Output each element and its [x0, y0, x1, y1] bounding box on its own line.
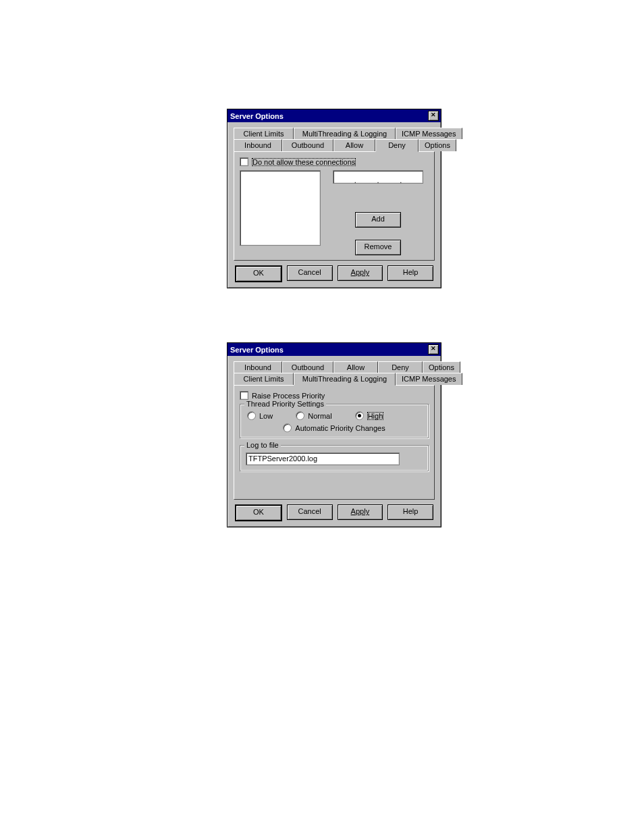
radio-high[interactable] — [355, 411, 364, 420]
tab-outbound[interactable]: Outbound — [282, 139, 333, 151]
ok-button[interactable]: OK — [235, 504, 282, 521]
tab-row-front: Client Limits MultiThreading & Logging I… — [234, 373, 435, 385]
server-options-dialog-multithreading: Server Options ✕ Inbound Outbound Allow … — [227, 342, 441, 527]
titlebar: Server Options ✕ — [227, 109, 441, 122]
tab-allow[interactable]: Allow — [333, 139, 375, 151]
deny-content-row: . . . Add Remove — [240, 170, 429, 255]
dialog-button-row: OK Cancel Apply Help — [234, 265, 435, 282]
tab-row-front: Inbound Outbound Allow Deny Options — [234, 139, 435, 151]
radio-low[interactable] — [247, 411, 256, 420]
raise-priority-row: Raise Process Priority — [240, 391, 429, 400]
deny-checkbox-row: Do not allow these connections — [240, 157, 429, 166]
help-button[interactable]: Help — [387, 265, 433, 281]
ip-dot: . — [400, 178, 402, 182]
radio-low-item[interactable]: Low — [247, 411, 273, 420]
log-file-input[interactable]: TFTPServer2000.log — [246, 452, 400, 465]
tab-panel-deny: Do not allow these connections . . . Add… — [234, 151, 435, 261]
ip-dot: . — [377, 178, 379, 182]
tab-row-back: Inbound Outbound Allow Deny Options — [234, 361, 435, 373]
radio-low-label: Low — [259, 412, 273, 420]
ok-button[interactable]: OK — [235, 265, 282, 282]
tab-inbound[interactable]: Inbound — [234, 139, 282, 151]
window-title: Server Options — [230, 346, 284, 354]
thread-priority-group: Thread Priority Settings Low Normal High — [240, 404, 429, 438]
raise-priority-label: Raise Process Priority — [252, 392, 325, 400]
cancel-button[interactable]: Cancel — [287, 504, 333, 520]
raise-priority-checkbox[interactable] — [240, 391, 248, 400]
deny-connections-checkbox[interactable] — [240, 157, 248, 166]
add-button[interactable]: Add — [355, 212, 401, 228]
tab-deny[interactable]: Deny — [378, 361, 423, 373]
client-area: Client Limits MultiThreading & Logging I… — [227, 122, 441, 288]
tab-multithreading-logging[interactable]: MultiThreading & Logging — [294, 128, 396, 139]
tab-deny[interactable]: Deny — [375, 139, 419, 152]
deny-connections-label: Do not allow these connections — [252, 158, 356, 166]
tab-icmp-messages[interactable]: ICMP Messages — [396, 373, 462, 385]
close-icon[interactable]: ✕ — [428, 111, 439, 121]
tab-client-limits[interactable]: Client Limits — [234, 128, 294, 139]
tab-options[interactable]: Options — [419, 139, 456, 151]
tab-allow[interactable]: Allow — [333, 361, 378, 373]
radio-normal-label: Normal — [308, 412, 331, 420]
priority-radio-row2: Automatic Priority Changes — [246, 423, 423, 432]
thread-priority-group-label: Thread Priority Settings — [244, 400, 326, 408]
radio-normal-item[interactable]: Normal — [296, 411, 331, 420]
titlebar: Server Options ✕ — [227, 343, 441, 356]
cancel-button[interactable]: Cancel — [287, 265, 333, 281]
tab-panel-multithreading: Raise Process Priority Thread Priority S… — [234, 385, 435, 500]
tab-inbound[interactable]: Inbound — [234, 361, 282, 373]
log-file-group-label: Log to file — [244, 441, 281, 449]
server-options-dialog-deny: Server Options ✕ Client Limits MultiThre… — [227, 109, 441, 288]
tab-multithreading-logging[interactable]: MultiThreading & Logging — [294, 373, 396, 386]
deny-address-list[interactable] — [240, 170, 321, 246]
dialog-button-row: OK Cancel Apply Help — [234, 504, 435, 521]
apply-button[interactable]: Apply — [338, 265, 383, 281]
priority-radio-row: Low Normal High — [246, 411, 423, 420]
ip-dot: . — [354, 178, 356, 182]
remove-button[interactable]: Remove — [355, 240, 401, 255]
client-area: Inbound Outbound Allow Deny Options Clie… — [227, 356, 441, 527]
tab-options[interactable]: Options — [423, 361, 460, 373]
deny-controls-column: . . . Add Remove — [327, 170, 429, 255]
radio-auto-label: Automatic Priority Changes — [295, 424, 385, 432]
radio-normal[interactable] — [296, 411, 304, 420]
tab-row-back: Client Limits MultiThreading & Logging I… — [234, 128, 435, 139]
radio-high-label: High — [367, 412, 384, 420]
close-icon[interactable]: ✕ — [428, 344, 439, 355]
radio-auto-item[interactable]: Automatic Priority Changes — [283, 423, 385, 432]
tab-outbound[interactable]: Outbound — [282, 361, 333, 373]
radio-high-item[interactable]: High — [355, 411, 384, 420]
ip-address-input[interactable]: . . . — [333, 170, 423, 184]
log-file-group: Log to file TFTPServer2000.log — [240, 445, 429, 471]
apply-button[interactable]: Apply — [338, 504, 383, 520]
tab-client-limits[interactable]: Client Limits — [234, 373, 294, 385]
tab-icmp-messages[interactable]: ICMP Messages — [396, 128, 462, 139]
radio-auto[interactable] — [283, 423, 292, 432]
window-title: Server Options — [230, 112, 284, 120]
help-button[interactable]: Help — [387, 504, 433, 520]
